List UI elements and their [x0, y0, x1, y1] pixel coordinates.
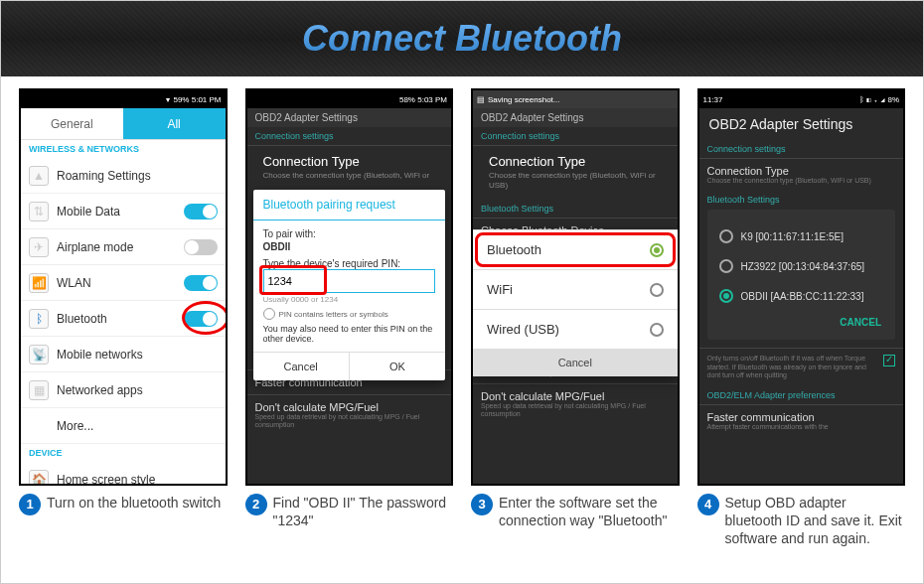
wlan-switch[interactable] — [184, 275, 218, 291]
cancel-button[interactable]: CANCEL — [717, 311, 886, 328]
section-wireless: WIRELESS & NETWORKS — [21, 140, 226, 158]
caption-2: 2Find "OBD II" The password "1234" — [245, 494, 454, 548]
caption-3: 3Enter the software set the connection w… — [471, 494, 680, 548]
row-mobile-networks[interactable]: 📡Mobile networks — [21, 337, 226, 372]
section-connection: Connection settings — [699, 140, 904, 158]
mobile-networks-icon: 📡 — [29, 345, 49, 365]
status-time: 11:37 — [703, 95, 723, 104]
type-pin-label: Type the device's required PIN: — [263, 258, 436, 269]
connection-type-dialog: Bluetooth WiFi Wired (USB) Cancel — [473, 229, 678, 376]
tab-general[interactable]: General — [21, 108, 123, 139]
row-conn-type[interactable]: Connection Type Choose the connection ty… — [473, 145, 678, 200]
screenshots-row: ▾ 59% 5:01 PM General All WIRELESS & NET… — [1, 76, 923, 486]
tabs: General All — [21, 108, 226, 140]
caption-1: 1Turn on the bluetooth switch — [19, 494, 228, 548]
bluetooth-switch[interactable] — [184, 311, 218, 327]
header: Connect Bluetooth — [1, 1, 923, 76]
row-more[interactable]: More... — [21, 408, 226, 444]
row-faster[interactable]: Faster communicationAttempt faster commu… — [699, 404, 904, 437]
screenshot-2: 58% 5:03 PM OBD2 Adapter Settings Connec… — [245, 88, 454, 486]
radio-selected-icon — [719, 289, 733, 303]
bluetooth-status-icon: ᛒ ◧ ▾ ◢ — [859, 95, 886, 104]
row-airplane[interactable]: ✈Airplane mode — [21, 229, 226, 265]
status-bar: ▾ 59% 5:01 PM — [21, 90, 226, 108]
checkbox-icon[interactable] — [883, 355, 895, 366]
pin-letters-checkbox[interactable]: PIN contains letters or symbols — [263, 308, 436, 320]
row-mpg[interactable]: Don't calculate MPG/FuelSpeed up data re… — [473, 383, 678, 425]
device-option-obdii[interactable]: OBDII [AA:BB:CC:11:22:33] — [717, 281, 886, 311]
option-wifi[interactable]: WiFi — [473, 269, 678, 309]
roaming-icon: ▲ — [29, 166, 49, 186]
mobile-data-icon: ⇅ — [29, 202, 49, 221]
dialog-title: Bluetooth pairing request — [253, 190, 446, 220]
screen-title: OBD2 Adapter Settings — [247, 108, 452, 127]
section-connection: Connection settings — [247, 127, 452, 145]
caption-4: 4Setup OBD adapter bluetooth ID and save… — [697, 494, 906, 548]
mobile-data-switch[interactable] — [184, 204, 218, 219]
row-conn-type[interactable]: Connection Type Choose the connection ty… — [247, 145, 452, 191]
home-icon: 🏠 — [29, 470, 49, 487]
radio-icon — [650, 283, 664, 297]
step-number: 3 — [471, 494, 493, 515]
cancel-button[interactable]: Cancel — [253, 353, 349, 380]
row-networked-apps[interactable]: ▦Networked apps — [21, 372, 226, 408]
battery-text: 59% 5:01 PM — [173, 95, 221, 104]
device-select-dialog: K9 [00:11:67:11:1E:5E] HZ3922 [00:13:04:… — [707, 210, 896, 340]
also-need-note: You may also need to enter this PIN on t… — [263, 324, 436, 344]
row-mpg[interactable]: Don't calculate MPG/FuelSpeed up data re… — [247, 394, 452, 436]
pairing-dialog: Bluetooth pairing request To pair with: … — [253, 190, 446, 380]
step-number: 1 — [19, 494, 41, 515]
row-bluetooth[interactable]: ᛒBluetooth — [21, 301, 226, 337]
apps-icon: ▦ — [29, 380, 49, 400]
airplane-icon: ✈ — [29, 237, 49, 257]
bluetooth-icon: ᛒ — [29, 309, 49, 329]
wifi-icon: 📶 — [29, 273, 49, 293]
screen-title: OBD2 Adapter Settings — [699, 108, 904, 140]
status-bar: 58% 5:03 PM — [247, 90, 452, 108]
row-home-screen[interactable]: 🏠Home screen style — [21, 462, 226, 486]
screen-title: OBD2 Adapter Settings — [473, 108, 678, 127]
section-bluetooth: Bluetooth Settings — [473, 200, 678, 218]
status-bar: 11:37ᛒ ◧ ▾ ◢ 8% — [699, 90, 904, 108]
saving-icon: ▤ — [477, 95, 485, 104]
radio-icon — [650, 323, 664, 337]
wifi-icon: ▾ — [166, 95, 170, 104]
row-roaming[interactable]: ▲Roaming Settings — [21, 158, 226, 194]
radio-icon — [719, 229, 733, 243]
screenshot-4: 11:37ᛒ ◧ ▾ ◢ 8% OBD2 Adapter Settings Co… — [697, 88, 906, 486]
section-connection: Connection settings — [473, 127, 678, 145]
row-wlan[interactable]: 📶WLAN — [21, 265, 226, 301]
cancel-button[interactable]: Cancel — [473, 349, 678, 376]
ok-button[interactable]: OK — [349, 353, 445, 380]
airplane-switch[interactable] — [184, 239, 218, 255]
radio-selected-icon — [650, 243, 664, 257]
captions-row: 1Turn on the bluetooth switch 2Find "OBD… — [1, 486, 923, 548]
screenshot-1: ▾ 59% 5:01 PM General All WIRELESS & NET… — [19, 88, 228, 486]
section-device: DEVICE — [21, 444, 226, 462]
option-wired[interactable]: Wired (USB) — [473, 309, 678, 349]
step-number: 4 — [697, 494, 719, 515]
row-mobile-data[interactable]: ⇅Mobile Data — [21, 194, 226, 229]
pin-hint: Usually 0000 or 1234 — [263, 295, 436, 304]
option-bluetooth[interactable]: Bluetooth — [473, 229, 678, 269]
section-bluetooth: Bluetooth Settings — [699, 191, 904, 209]
to-pair-label: To pair with: — [263, 228, 436, 239]
tab-all[interactable]: All — [123, 108, 226, 139]
screenshot-3: ▤ Saving screenshot... OBD2 Adapter Sett… — [471, 88, 680, 486]
row-only-turns[interactable]: Only turns on/off Bluetooth if it was of… — [699, 348, 904, 385]
radio-icon — [719, 259, 733, 273]
section-elm: OBD2/ELM Adapter preferences — [699, 386, 904, 404]
row-conn-type[interactable]: Connection TypeChoose the connection typ… — [699, 158, 904, 191]
device-option-k9[interactable]: K9 [00:11:67:11:1E:5E] — [717, 221, 886, 251]
device-option-hz3922[interactable]: HZ3922 [00:13:04:84:37:65] — [717, 251, 886, 281]
device-name: OBDII — [263, 241, 436, 252]
pin-input[interactable] — [263, 269, 436, 293]
status-bar: ▤ Saving screenshot... — [473, 90, 678, 108]
step-number: 2 — [245, 494, 267, 515]
page-title: Connect Bluetooth — [302, 18, 622, 60]
